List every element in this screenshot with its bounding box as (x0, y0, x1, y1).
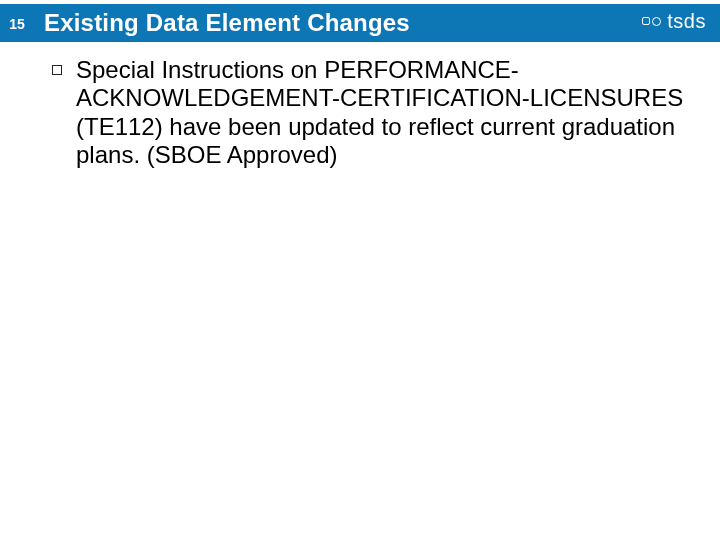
list-item: Special Instructions on PERFORMANCE-ACKN… (52, 56, 696, 169)
slide: 15 Existing Data Element Changes tsds Sp… (0, 0, 720, 540)
page-number: 15 (0, 14, 34, 32)
square-bullet-icon (52, 65, 62, 75)
bullet-text: Special Instructions on PERFORMANCE-ACKN… (76, 56, 696, 169)
logo: tsds (642, 10, 706, 33)
title-bar: 15 Existing Data Element Changes tsds (0, 4, 720, 42)
content-area: Special Instructions on PERFORMANCE-ACKN… (52, 56, 696, 169)
logo-glyphs-icon (642, 17, 661, 26)
logo-text: tsds (667, 10, 706, 33)
slide-title: Existing Data Element Changes (34, 9, 410, 37)
